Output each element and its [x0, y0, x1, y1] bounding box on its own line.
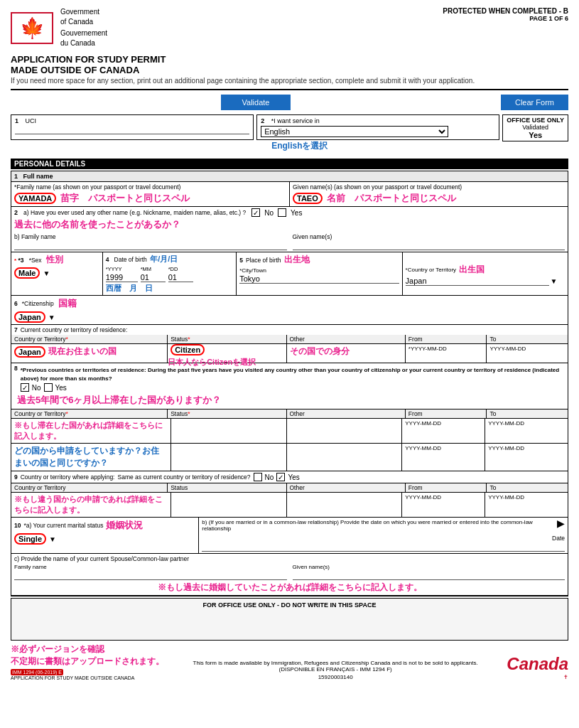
- row7-col-other-header: Other: [287, 335, 406, 343]
- clear-form-button[interactable]: Clear Form: [501, 95, 568, 110]
- row2a-yes-checkbox[interactable]: [278, 208, 286, 217]
- annot-citizenship: 国籍: [58, 297, 77, 310]
- annot-row2: 過去に他の名前を使ったことがあるか？: [14, 219, 180, 230]
- dob-day-input[interactable]: [168, 273, 193, 282]
- fullname-row-num: 1 Full name: [14, 173, 53, 180]
- row8-checkboxes: No Yes: [21, 383, 565, 392]
- row7-status-cell: Citizen 日本人ならCitizenを選択: [168, 344, 286, 363]
- annot-row8-2: ※もし滞在した国があれば詳細をこちらに記入します。: [14, 420, 168, 441]
- annot-marital: 婚姻状況: [106, 519, 143, 532]
- row2b-family-input[interactable]: [14, 241, 287, 250]
- row10-container: 10 *a) Your current marital status 婚姻状況 …: [11, 518, 568, 596]
- annot-citizen: 日本人ならCitizenを選択: [168, 357, 256, 368]
- row9-yes-checkbox[interactable]: [276, 473, 285, 481]
- row2b-given: Given name(s): [293, 233, 566, 250]
- dob-year-input[interactable]: [106, 273, 138, 282]
- service-language-label: 2 *I want service in: [261, 117, 495, 124]
- given-name-cell: Given name(s) (as shown on your passport…: [290, 182, 568, 206]
- row7-from-cell: *YYYY-MM-DD: [406, 344, 487, 363]
- row9-no-checkbox[interactable]: [254, 473, 262, 481]
- row10c-family: Family name: [14, 564, 287, 580]
- row2-container: 2 a) Have you ever used any other name (…: [11, 207, 568, 252]
- row7-country-circled: Japan: [14, 346, 45, 358]
- form-title: APPLICATION FOR STUDY PERMIT MADE OUTSID…: [11, 54, 568, 85]
- uci-input[interactable]: [15, 125, 249, 134]
- row10b-cell: b) (If you are married or in a common-la…: [199, 518, 568, 553]
- row7-container: 7 Current country or territory of reside…: [11, 325, 568, 363]
- row10b-date-input[interactable]: [202, 542, 565, 552]
- row2a-no-checkbox[interactable]: [251, 208, 260, 217]
- pob-country-input[interactable]: [406, 277, 549, 286]
- uci-label: 1 UCI: [15, 117, 249, 124]
- government-name: Governmentof Canada Gouvernementdu Canad…: [60, 7, 107, 48]
- marital-value-circled: Single: [14, 533, 46, 545]
- annot-pob: 出生地: [284, 254, 310, 266]
- annot-family-name: 苗字 パスポートと同じスペル: [60, 192, 190, 205]
- row9-label: Country or territory where applying:: [21, 473, 115, 481]
- row8-no-checkbox[interactable]: [21, 383, 29, 392]
- given-name-label: Given name(s) (as shown on your passport…: [293, 183, 565, 191]
- row8-yes-checkbox[interactable]: [44, 383, 53, 392]
- row8-container: 8 *Previous countries or territories of …: [11, 363, 568, 471]
- family-value-circled: YAMADA: [14, 193, 56, 204]
- validate-button[interactable]: Validate: [221, 95, 291, 110]
- row9-container: 9 Country or territory where applying: S…: [11, 471, 568, 518]
- family-name-label: *Family name (as shown on your passport …: [14, 183, 286, 191]
- annot-given-name: 名前 パスポートと同じスペル: [327, 192, 456, 205]
- row10c-given-input[interactable]: [293, 571, 566, 580]
- row7-other-cell: その国での身分: [287, 344, 406, 363]
- sex-dropdown-arrow: ▼: [43, 269, 50, 277]
- row2b-given-input[interactable]: [293, 241, 566, 250]
- annot-dob-detail: 西暦 月 日: [106, 283, 234, 294]
- row10c-cell: c) Provide the name of your current Spou…: [11, 554, 568, 595]
- canada-wordmark: Canada: [507, 654, 568, 674]
- row9-checkboxes: No Yes: [254, 473, 300, 481]
- row7-to-cell: YYYY-MM-DD: [487, 344, 568, 363]
- row10c-family-input[interactable]: [14, 571, 287, 580]
- row2a-checkboxes: No Yes: [251, 208, 302, 217]
- row9-same-label: Same as current country or territory of …: [118, 473, 251, 481]
- annot-row8-1: 過去5年間で6ヶ月以上滞在した国がありますか？: [11, 393, 568, 407]
- fullname-section: 1 Full name *Family name (as shown on yo…: [11, 171, 568, 596]
- row2b-family: b) Family name: [14, 233, 287, 250]
- service-language-container: 2 *I want service in English French Engl…: [256, 114, 499, 140]
- page-footer: ※必ずバージョンを確認 不定期に書類はアップロードされます。 IMM 1294 …: [11, 643, 568, 680]
- marital-dropdown-arrow: ▼: [49, 535, 56, 543]
- family-name-cell: *Family name (as shown on your passport …: [11, 182, 290, 206]
- pob-country-cell: *Country or Territory 出生国 ▼: [403, 252, 568, 295]
- sex-cell: * *3 *Sex 性別 Male ▼: [11, 252, 103, 295]
- maple-leaf-icon: 🍁: [20, 16, 45, 40]
- header-protected: PROTECTED WHEN COMPLETED - B PAGE 1 OF 6: [443, 7, 568, 22]
- footer-version-note: ※必ずバージョンを確認: [11, 643, 164, 655]
- row7-col-status-header: Status*: [168, 335, 286, 343]
- footer-update-note: 不定期に書類はアップロードされます。: [11, 655, 164, 668]
- row7-country-cell: Japan 現在お住まいの国: [11, 344, 168, 363]
- annot-dob-label: 年/月/日: [150, 255, 178, 263]
- sex-value-circled: Male: [14, 267, 40, 279]
- given-value-circled: TAEO: [293, 193, 323, 204]
- uci-field-container: 1 UCI: [11, 114, 254, 140]
- dob-month-input[interactable]: [141, 273, 166, 282]
- annot-row8-3: どの国から申請をしていますか？お住まいの国と同じですか？: [14, 445, 168, 469]
- dob-cell: 4 Date of birth 年/月/日 *YYYY *MM *: [103, 252, 237, 295]
- footer-right: Canada ✝: [507, 654, 568, 680]
- office-footer: FOR OFFICE USE ONLY - DO NOT WRITE IN TH…: [11, 598, 568, 641]
- row2-num: 2: [14, 209, 18, 216]
- personal-details-header: PERSONAL DETAILS: [11, 159, 568, 169]
- row10a-cell: 10 *a) Your current marital status 婚姻状況 …: [11, 518, 199, 553]
- annot-current-country: 現在お住まいの国: [48, 346, 117, 358]
- row8-label: *Previous countries or territories of re…: [21, 367, 559, 382]
- pob-city-cell: 5 Place of birth 出生地 *City/Town: [237, 252, 402, 295]
- row7-col-to-header: To: [487, 335, 568, 343]
- row7-col-country-header: Country or Territory*: [11, 335, 168, 343]
- service-language-select[interactable]: English French: [261, 126, 448, 137]
- annot-status: その国での身分: [290, 346, 350, 356]
- annot-row10: ※もし過去に婚姻していたことがあれば詳細をこちらに記入します。: [14, 582, 565, 594]
- version-badge: IMM 1294 (06-2019) E: [11, 669, 63, 675]
- country-dropdown-arrow: ▼: [551, 277, 558, 285]
- validated-value: Yes: [507, 131, 564, 139]
- row3-container: * *3 *Sex 性別 Male ▼ 4 Date of birth 年/月: [11, 252, 568, 296]
- pob-city-input[interactable]: [239, 274, 399, 284]
- validated-label: Validated: [507, 124, 564, 131]
- citizenship-value-circled: Japan: [14, 311, 45, 323]
